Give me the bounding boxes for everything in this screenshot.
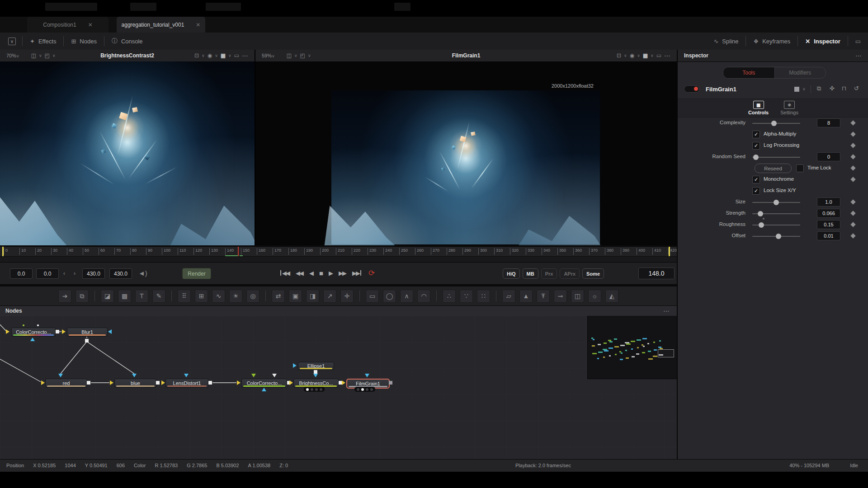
inspector-button[interactable]: ✕Inspector — [798, 33, 847, 50]
macro-icon[interactable]: ⧉ — [75, 290, 89, 303]
monochrome-checkbox[interactable]: ✓ — [752, 176, 760, 183]
size-slider[interactable] — [752, 202, 800, 203]
play-forward-button[interactable]: ▶ — [329, 267, 332, 279]
viewer-assign-dot[interactable] — [361, 388, 364, 391]
node-red[interactable]: red — [45, 379, 87, 388]
input-arrow-right[interactable] — [41, 380, 45, 385]
current-frame-field[interactable]: 148.0 — [638, 267, 675, 279]
node-ellipse1[interactable]: Ellipse1 — [298, 362, 334, 370]
play-reverse-button[interactable]: ◀ — [309, 267, 313, 279]
rectangle-mask-icon[interactable]: ▭ — [366, 290, 379, 303]
keyframe-diamond[interactable] — [850, 143, 855, 148]
keyframe-diamond[interactable] — [850, 154, 855, 159]
chevron-down-icon[interactable]: ∨ — [651, 53, 654, 58]
timeline-ruler[interactable]: 0102030405060708090100110120130140150160… — [0, 246, 677, 257]
light3d-icon[interactable]: ☼ — [588, 290, 601, 303]
fastnoise-icon[interactable]: ▩ — [118, 290, 131, 303]
render3d-icon[interactable]: ◭ — [605, 290, 618, 303]
input-arrow-down[interactable] — [272, 374, 277, 377]
text-icon[interactable]: T — [135, 290, 148, 303]
strength-value-field[interactable]: 0.066 — [817, 209, 840, 218]
nodes-button[interactable]: ⊞Nodes — [64, 33, 104, 50]
frame-format-icon[interactable]: ▭ — [656, 52, 661, 59]
text3d-icon[interactable]: Ŧ — [537, 290, 550, 303]
render-button[interactable]: Render — [182, 268, 211, 279]
node-output-square[interactable] — [87, 381, 90, 385]
input-arrow-down[interactable] — [184, 374, 189, 377]
merge3d-icon[interactable]: ⊸ — [554, 290, 567, 303]
input-arrow-up[interactable] — [30, 338, 35, 341]
slider-handle[interactable] — [776, 234, 781, 239]
reseed-button[interactable]: Reseed — [755, 164, 792, 173]
strength-slider[interactable] — [752, 213, 800, 214]
node-output-square[interactable] — [314, 370, 317, 374]
input-arrow-down[interactable] — [365, 374, 369, 377]
input-arrow-down[interactable] — [251, 374, 256, 377]
go-to-end-button[interactable]: ▶▶ — [352, 267, 362, 279]
quality-aprx-button[interactable]: APrx — [560, 268, 580, 279]
chevron-down-icon[interactable]: ∨ — [637, 53, 640, 58]
lock-size-x-y-checkbox[interactable]: ✓ — [752, 187, 760, 195]
flip-icon[interactable]: ⇄ — [272, 290, 285, 303]
shape3d-icon[interactable]: ▲ — [519, 290, 533, 303]
split-view-icon[interactable]: ◫ — [31, 52, 36, 59]
viewer-options-menu[interactable]: ⋯ — [664, 52, 671, 59]
dod-icon[interactable]: ⊡ — [617, 52, 621, 59]
tab-tools[interactable]: Tools — [723, 67, 775, 78]
presentation-button[interactable]: ▭ — [848, 33, 868, 50]
input-arrow-down[interactable] — [132, 374, 137, 377]
node-colorcorrector1[interactable]: ColorCorrecto... — [11, 328, 56, 337]
input-arrow-right[interactable] — [110, 380, 113, 385]
complexity-slider[interactable] — [752, 123, 800, 124]
effects-button[interactable]: ✦Effects — [23, 33, 63, 50]
chevron-down-icon[interactable]: ∨ — [215, 53, 218, 58]
view-dots-filmgrain[interactable] — [354, 387, 375, 392]
offset-slider[interactable] — [752, 236, 800, 237]
node-colorcorrector2[interactable]: ColorCorrecto... — [241, 379, 287, 388]
input-arrow-down[interactable] — [58, 374, 63, 377]
keyframe-diamond[interactable] — [850, 211, 855, 216]
checker-underlay-icon[interactable]: ▦ — [221, 52, 226, 59]
global-end-field[interactable]: 430.0 — [109, 268, 132, 279]
nodes-options-menu[interactable]: ⋯ — [663, 307, 670, 314]
timeline-scroll-strip[interactable] — [0, 256, 677, 263]
node-enable-toggle[interactable] — [684, 85, 699, 93]
input-arrow-right[interactable] — [6, 329, 9, 334]
fast-reverse-button[interactable]: ◀◀ — [296, 267, 303, 279]
pfx-icon[interactable]: ∵ — [460, 290, 473, 303]
range-prev-arrow[interactable]: ‹ — [63, 268, 65, 278]
keyframe-diamond[interactable] — [850, 131, 855, 136]
range-next-arrow[interactable]: › — [74, 268, 75, 278]
loop-button[interactable]: ⟳ — [368, 267, 375, 279]
log-processing-checkbox[interactable]: ✓ — [752, 142, 760, 150]
loader-icon[interactable]: ➔ — [58, 290, 71, 303]
paint-icon[interactable]: ✎ — [152, 290, 165, 303]
particles-icon[interactable]: ⠿ — [178, 290, 191, 303]
global-start-field[interactable]: 0.0 — [10, 268, 33, 279]
chevron-down-icon[interactable]: ∨ — [802, 87, 806, 91]
node-lensdistort1[interactable]: LensDistort1 — [165, 379, 208, 388]
slider-handle[interactable] — [758, 211, 763, 216]
roi-icon[interactable]: ◰ — [300, 52, 305, 59]
background-icon[interactable]: ◪ — [101, 290, 114, 303]
reset-history-icon[interactable]: ↺ — [854, 85, 859, 92]
input-arrow-right[interactable] — [62, 329, 66, 334]
chevron-down-icon[interactable]: ∨ — [228, 53, 231, 58]
viewer-options-menu[interactable]: ⋯ — [242, 52, 249, 59]
input-arrow-right[interactable] — [342, 380, 345, 385]
subtab-settings[interactable]: ✱ Settings — [780, 101, 798, 115]
checker-underlay-icon[interactable]: ▦ — [643, 52, 648, 59]
slider-handle[interactable] — [771, 121, 777, 126]
curve-icon[interactable]: ∿ — [212, 290, 225, 303]
quality-hiq-button[interactable]: HiQ — [503, 268, 520, 279]
spline-button[interactable]: ∿Spline — [706, 33, 745, 50]
keyframe-diamond[interactable] — [850, 222, 855, 227]
complexity-value-field[interactable]: 8 — [817, 118, 840, 127]
color-controls-icon[interactable]: ◉ — [208, 52, 212, 59]
keyframe-diamond[interactable] — [850, 199, 855, 204]
keyframes-button[interactable]: ❖Keyframes — [746, 33, 797, 50]
transform-icon[interactable]: ✛ — [340, 290, 354, 303]
slider-handle[interactable] — [774, 200, 779, 205]
offset-value-field[interactable]: 0.01 — [817, 231, 840, 240]
color-controls-icon[interactable]: ◉ — [630, 52, 634, 59]
